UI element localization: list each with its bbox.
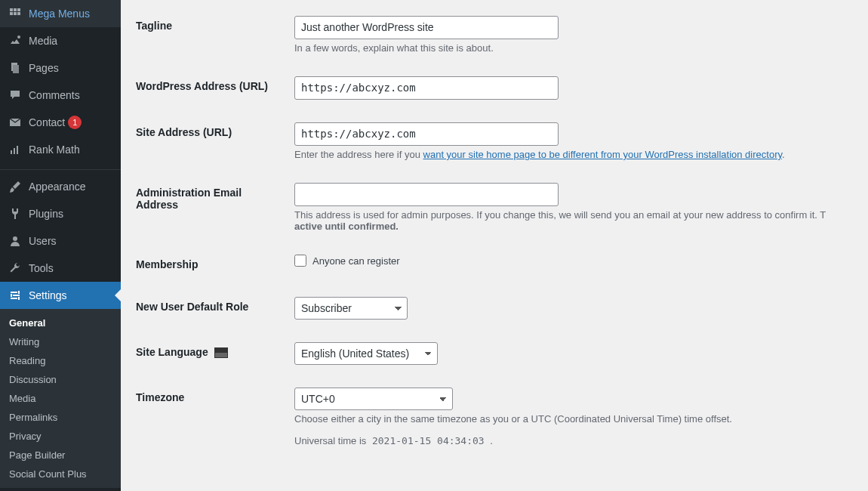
sidebar-item-label: Rank Math xyxy=(29,144,80,156)
svg-rect-4 xyxy=(14,12,17,15)
svg-rect-12 xyxy=(14,148,15,154)
sidebar-item-pages[interactable]: Pages xyxy=(0,54,121,82)
sidebar-item-label: Pages xyxy=(29,62,59,74)
tagline-description: In a few words, explain what this site i… xyxy=(294,42,845,54)
wp-address-label: WordPress Address (URL) xyxy=(136,80,268,92)
sidebar-item-contact[interactable]: Contact1 xyxy=(0,109,121,136)
grid-icon xyxy=(8,6,23,21)
site-language-select[interactable]: English (United States) xyxy=(294,342,438,365)
sidebar-item-label: Tools xyxy=(29,262,54,274)
sidebar-item-label: Contact xyxy=(29,116,65,128)
svg-rect-5 xyxy=(17,12,20,15)
svg-rect-9 xyxy=(13,65,19,73)
plug-icon xyxy=(8,206,23,221)
tagline-input[interactable] xyxy=(294,16,559,39)
sidebar-item-label: Mega Menus xyxy=(29,8,90,20)
admin-sidebar: Mega MenusMediaPagesCommentsContact1Rank… xyxy=(0,0,121,491)
translate-icon xyxy=(214,347,228,358)
submenu-item-privacy[interactable]: Privacy xyxy=(0,427,121,446)
submenu-item-writing[interactable]: Writing xyxy=(0,332,121,351)
admin-email-label: Administration Email Address xyxy=(136,187,242,211)
svg-rect-3 xyxy=(10,12,13,15)
svg-rect-13 xyxy=(17,146,18,154)
svg-rect-17 xyxy=(13,295,20,296)
sidebar-item-plugins[interactable]: Plugins xyxy=(0,200,121,227)
settings-general-page: Tagline In a few words, explain what thi… xyxy=(121,0,868,491)
default-role-select[interactable]: Subscriber xyxy=(294,297,408,320)
submenu-item-page-builder[interactable]: Page Builder xyxy=(0,446,121,465)
wrench-icon xyxy=(8,261,23,276)
submenu-item-reading[interactable]: Reading xyxy=(0,351,121,370)
sidebar-item-rank-math[interactable]: Rank Math xyxy=(0,136,121,163)
site-address-input[interactable] xyxy=(294,122,559,146)
site-address-help-link[interactable]: want your site home page to be different… xyxy=(423,149,782,160)
wp-address-input[interactable] xyxy=(294,76,559,100)
sidebar-item-label: Media xyxy=(29,35,57,47)
default-role-label: New User Default Role xyxy=(136,301,248,313)
svg-rect-15 xyxy=(11,292,17,293)
svg-rect-2 xyxy=(17,8,20,11)
timezone-select[interactable]: UTC+0 xyxy=(294,388,453,410)
submenu-item-discussion[interactable]: Discussion xyxy=(0,370,121,389)
submenu-item-general[interactable]: General xyxy=(0,313,121,332)
sidebar-item-label: Plugins xyxy=(29,208,63,220)
sidebar-item-label: Comments xyxy=(29,89,80,101)
submenu-item-permalinks[interactable]: Permalinks xyxy=(0,408,121,427)
sidebar-item-settings[interactable]: Settings xyxy=(0,282,121,309)
submenu-item-media[interactable]: Media xyxy=(0,389,121,408)
comment-icon xyxy=(8,88,23,103)
svg-rect-18 xyxy=(11,294,12,297)
svg-rect-16 xyxy=(18,291,20,294)
sidebar-item-label: Settings xyxy=(29,289,67,301)
page-icon xyxy=(8,60,23,76)
sidebar-item-comments[interactable]: Comments xyxy=(0,82,121,109)
svg-point-6 xyxy=(17,36,20,39)
timezone-description: Choose either a city in the same timezon… xyxy=(294,413,845,425)
universal-time-value: 2021-01-15 04:34:03 xyxy=(369,434,488,448)
admin-email-input[interactable] xyxy=(294,183,559,206)
sidebar-item-appearance[interactable]: Appearance xyxy=(0,173,121,200)
sidebar-item-media[interactable]: Media xyxy=(0,27,121,54)
sidebar-item-label: Appearance xyxy=(29,181,86,193)
svg-point-14 xyxy=(13,236,17,241)
media-icon xyxy=(8,33,23,48)
user-icon xyxy=(8,233,23,249)
svg-rect-20 xyxy=(18,297,20,300)
settings-icon xyxy=(8,288,23,303)
anyone-can-register-label: Anyone can register xyxy=(312,255,400,267)
site-address-label: Site Address (URL) xyxy=(136,126,232,138)
tagline-label: Tagline xyxy=(136,20,172,32)
sidebar-item-label: Users xyxy=(29,235,57,247)
chart-icon xyxy=(8,142,23,157)
sidebar-item-tools[interactable]: Tools xyxy=(0,255,121,282)
sidebar-item-mega-menus[interactable]: Mega Menus xyxy=(0,0,121,27)
site-language-label: Site Language xyxy=(136,346,228,358)
svg-rect-19 xyxy=(11,298,17,299)
notification-badge: 1 xyxy=(68,116,82,129)
settings-submenu: GeneralWritingReadingDiscussionMediaPerm… xyxy=(0,309,121,488)
svg-rect-0 xyxy=(10,8,13,11)
universal-time-text: Universal time is 2021-01-15 04:34:03 . xyxy=(294,435,845,446)
timezone-label: Timezone xyxy=(136,391,184,403)
sidebar-item-users[interactable]: Users xyxy=(0,227,121,255)
anyone-can-register-checkbox[interactable] xyxy=(294,255,306,267)
svg-rect-1 xyxy=(14,8,17,11)
submenu-item-social-count-plus[interactable]: Social Count Plus xyxy=(0,465,121,483)
site-address-description: Enter the address here if you want your … xyxy=(294,149,845,160)
brush-icon xyxy=(8,179,23,194)
admin-email-description: This address is used for admin purposes.… xyxy=(294,209,845,232)
svg-rect-11 xyxy=(11,150,12,154)
membership-label: Membership xyxy=(136,258,198,270)
menu-separator xyxy=(0,166,121,170)
mail-icon xyxy=(8,115,23,130)
